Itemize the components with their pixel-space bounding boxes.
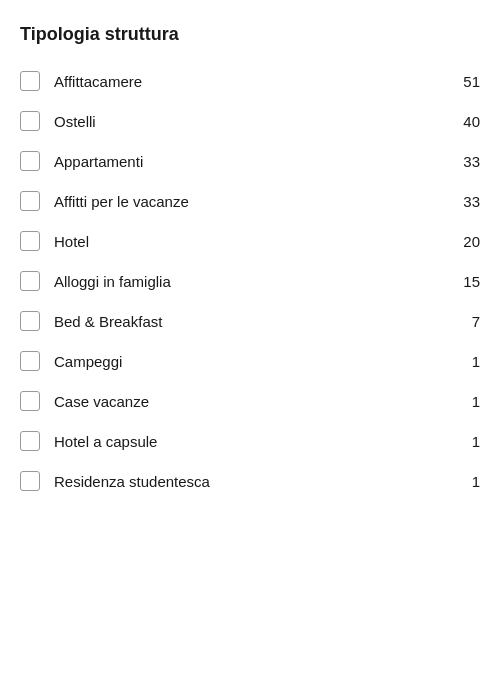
filter-count: 1 bbox=[472, 393, 480, 410]
list-item[interactable]: Residenza studentesca1 bbox=[20, 461, 480, 501]
filter-count: 15 bbox=[463, 273, 480, 290]
filter-list: Affittacamere51Ostelli40Appartamenti33Af… bbox=[20, 61, 480, 501]
filter-label: Case vacanze bbox=[54, 393, 464, 410]
list-item[interactable]: Bed & Breakfast7 bbox=[20, 301, 480, 341]
filter-count: 51 bbox=[463, 73, 480, 90]
checkbox[interactable] bbox=[20, 391, 40, 411]
filter-count: 1 bbox=[472, 433, 480, 450]
checkbox[interactable] bbox=[20, 471, 40, 491]
checkbox[interactable] bbox=[20, 431, 40, 451]
filter-count: 1 bbox=[472, 473, 480, 490]
list-item[interactable]: Ostelli40 bbox=[20, 101, 480, 141]
filter-label: Hotel bbox=[54, 233, 455, 250]
filter-label: Ostelli bbox=[54, 113, 455, 130]
filter-count: 40 bbox=[463, 113, 480, 130]
section-title: Tipologia struttura bbox=[20, 24, 480, 45]
checkbox[interactable] bbox=[20, 231, 40, 251]
list-item[interactable]: Appartamenti33 bbox=[20, 141, 480, 181]
checkbox[interactable] bbox=[20, 151, 40, 171]
filter-label: Bed & Breakfast bbox=[54, 313, 464, 330]
filter-count: 20 bbox=[463, 233, 480, 250]
filter-label: Residenza studentesca bbox=[54, 473, 464, 490]
list-item[interactable]: Hotel20 bbox=[20, 221, 480, 261]
checkbox[interactable] bbox=[20, 111, 40, 131]
filter-count: 1 bbox=[472, 353, 480, 370]
filter-label: Hotel a capsule bbox=[54, 433, 464, 450]
list-item[interactable]: Hotel a capsule1 bbox=[20, 421, 480, 461]
checkbox[interactable] bbox=[20, 191, 40, 211]
filter-label: Affitti per le vacanze bbox=[54, 193, 455, 210]
filter-label: Affittacamere bbox=[54, 73, 455, 90]
checkbox[interactable] bbox=[20, 71, 40, 91]
list-item[interactable]: Affitti per le vacanze33 bbox=[20, 181, 480, 221]
list-item[interactable]: Alloggi in famiglia15 bbox=[20, 261, 480, 301]
filter-label: Campeggi bbox=[54, 353, 464, 370]
filter-count: 33 bbox=[463, 153, 480, 170]
filter-label: Appartamenti bbox=[54, 153, 455, 170]
checkbox[interactable] bbox=[20, 311, 40, 331]
list-item[interactable]: Case vacanze1 bbox=[20, 381, 480, 421]
filter-label: Alloggi in famiglia bbox=[54, 273, 455, 290]
filter-count: 33 bbox=[463, 193, 480, 210]
filter-count: 7 bbox=[472, 313, 480, 330]
list-item[interactable]: Affittacamere51 bbox=[20, 61, 480, 101]
checkbox[interactable] bbox=[20, 271, 40, 291]
list-item[interactable]: Campeggi1 bbox=[20, 341, 480, 381]
checkbox[interactable] bbox=[20, 351, 40, 371]
